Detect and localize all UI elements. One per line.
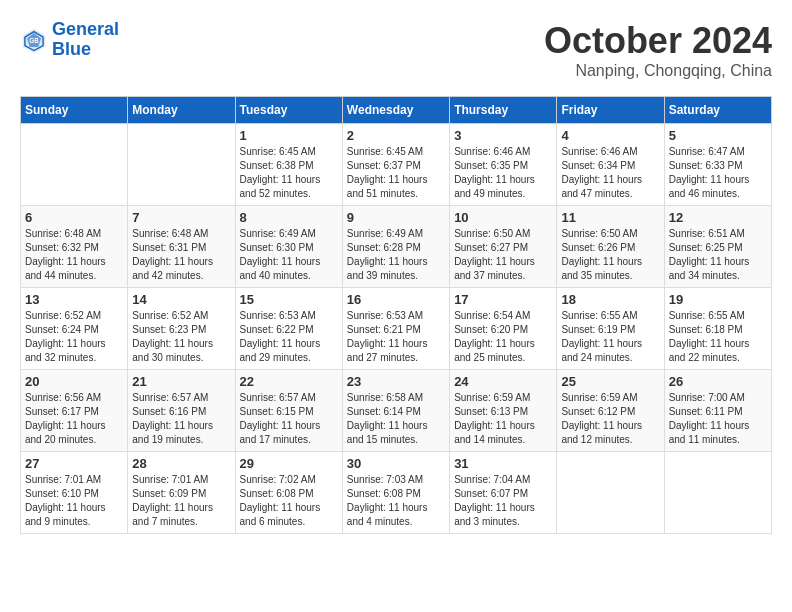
- day-cell: 30Sunrise: 7:03 AM Sunset: 6:08 PM Dayli…: [342, 452, 449, 534]
- day-number: 25: [561, 374, 659, 389]
- day-number: 23: [347, 374, 445, 389]
- day-cell: [128, 124, 235, 206]
- page-header: GB General Blue October 2024 Nanping, Ch…: [20, 20, 772, 80]
- day-info: Sunrise: 6:53 AM Sunset: 6:21 PM Dayligh…: [347, 309, 445, 365]
- day-cell: 16Sunrise: 6:53 AM Sunset: 6:21 PM Dayli…: [342, 288, 449, 370]
- day-cell: 25Sunrise: 6:59 AM Sunset: 6:12 PM Dayli…: [557, 370, 664, 452]
- day-info: Sunrise: 6:49 AM Sunset: 6:28 PM Dayligh…: [347, 227, 445, 283]
- location: Nanping, Chongqing, China: [544, 62, 772, 80]
- title-block: October 2024 Nanping, Chongqing, China: [544, 20, 772, 80]
- calendar-table: SundayMondayTuesdayWednesdayThursdayFrid…: [20, 96, 772, 534]
- day-cell: 7Sunrise: 6:48 AM Sunset: 6:31 PM Daylig…: [128, 206, 235, 288]
- day-cell: 19Sunrise: 6:55 AM Sunset: 6:18 PM Dayli…: [664, 288, 771, 370]
- day-number: 22: [240, 374, 338, 389]
- week-row-4: 20Sunrise: 6:56 AM Sunset: 6:17 PM Dayli…: [21, 370, 772, 452]
- day-number: 9: [347, 210, 445, 225]
- day-cell: 18Sunrise: 6:55 AM Sunset: 6:19 PM Dayli…: [557, 288, 664, 370]
- day-number: 19: [669, 292, 767, 307]
- logo-text-general: General: [52, 20, 119, 40]
- weekday-header-thursday: Thursday: [450, 97, 557, 124]
- day-info: Sunrise: 6:45 AM Sunset: 6:37 PM Dayligh…: [347, 145, 445, 201]
- day-cell: 12Sunrise: 6:51 AM Sunset: 6:25 PM Dayli…: [664, 206, 771, 288]
- day-cell: 17Sunrise: 6:54 AM Sunset: 6:20 PM Dayli…: [450, 288, 557, 370]
- day-info: Sunrise: 6:53 AM Sunset: 6:22 PM Dayligh…: [240, 309, 338, 365]
- weekday-header-saturday: Saturday: [664, 97, 771, 124]
- day-info: Sunrise: 6:47 AM Sunset: 6:33 PM Dayligh…: [669, 145, 767, 201]
- day-info: Sunrise: 6:50 AM Sunset: 6:27 PM Dayligh…: [454, 227, 552, 283]
- day-cell: 4Sunrise: 6:46 AM Sunset: 6:34 PM Daylig…: [557, 124, 664, 206]
- day-cell: 21Sunrise: 6:57 AM Sunset: 6:16 PM Dayli…: [128, 370, 235, 452]
- logo: GB General Blue: [20, 20, 119, 60]
- day-number: 10: [454, 210, 552, 225]
- day-number: 8: [240, 210, 338, 225]
- day-cell: 1Sunrise: 6:45 AM Sunset: 6:38 PM Daylig…: [235, 124, 342, 206]
- day-info: Sunrise: 6:58 AM Sunset: 6:14 PM Dayligh…: [347, 391, 445, 447]
- day-info: Sunrise: 6:48 AM Sunset: 6:31 PM Dayligh…: [132, 227, 230, 283]
- day-info: Sunrise: 6:55 AM Sunset: 6:19 PM Dayligh…: [561, 309, 659, 365]
- day-cell: [21, 124, 128, 206]
- day-info: Sunrise: 6:57 AM Sunset: 6:15 PM Dayligh…: [240, 391, 338, 447]
- day-cell: 9Sunrise: 6:49 AM Sunset: 6:28 PM Daylig…: [342, 206, 449, 288]
- day-info: Sunrise: 6:48 AM Sunset: 6:32 PM Dayligh…: [25, 227, 123, 283]
- logo-icon: GB: [20, 26, 48, 54]
- day-number: 7: [132, 210, 230, 225]
- day-info: Sunrise: 7:02 AM Sunset: 6:08 PM Dayligh…: [240, 473, 338, 529]
- weekday-header-row: SundayMondayTuesdayWednesdayThursdayFrid…: [21, 97, 772, 124]
- day-cell: 2Sunrise: 6:45 AM Sunset: 6:37 PM Daylig…: [342, 124, 449, 206]
- day-info: Sunrise: 6:51 AM Sunset: 6:25 PM Dayligh…: [669, 227, 767, 283]
- weekday-header-tuesday: Tuesday: [235, 97, 342, 124]
- day-info: Sunrise: 6:59 AM Sunset: 6:13 PM Dayligh…: [454, 391, 552, 447]
- weekday-header-monday: Monday: [128, 97, 235, 124]
- day-cell: 29Sunrise: 7:02 AM Sunset: 6:08 PM Dayli…: [235, 452, 342, 534]
- day-number: 6: [25, 210, 123, 225]
- day-number: 21: [132, 374, 230, 389]
- day-number: 24: [454, 374, 552, 389]
- day-info: Sunrise: 6:52 AM Sunset: 6:23 PM Dayligh…: [132, 309, 230, 365]
- day-cell: 20Sunrise: 6:56 AM Sunset: 6:17 PM Dayli…: [21, 370, 128, 452]
- day-cell: 13Sunrise: 6:52 AM Sunset: 6:24 PM Dayli…: [21, 288, 128, 370]
- day-info: Sunrise: 7:01 AM Sunset: 6:09 PM Dayligh…: [132, 473, 230, 529]
- day-number: 20: [25, 374, 123, 389]
- day-cell: 31Sunrise: 7:04 AM Sunset: 6:07 PM Dayli…: [450, 452, 557, 534]
- day-info: Sunrise: 7:00 AM Sunset: 6:11 PM Dayligh…: [669, 391, 767, 447]
- week-row-5: 27Sunrise: 7:01 AM Sunset: 6:10 PM Dayli…: [21, 452, 772, 534]
- day-number: 11: [561, 210, 659, 225]
- week-row-3: 13Sunrise: 6:52 AM Sunset: 6:24 PM Dayli…: [21, 288, 772, 370]
- day-info: Sunrise: 6:56 AM Sunset: 6:17 PM Dayligh…: [25, 391, 123, 447]
- day-info: Sunrise: 6:46 AM Sunset: 6:35 PM Dayligh…: [454, 145, 552, 201]
- day-number: 31: [454, 456, 552, 471]
- day-info: Sunrise: 7:03 AM Sunset: 6:08 PM Dayligh…: [347, 473, 445, 529]
- day-number: 30: [347, 456, 445, 471]
- day-cell: 23Sunrise: 6:58 AM Sunset: 6:14 PM Dayli…: [342, 370, 449, 452]
- weekday-header-sunday: Sunday: [21, 97, 128, 124]
- day-info: Sunrise: 6:52 AM Sunset: 6:24 PM Dayligh…: [25, 309, 123, 365]
- day-info: Sunrise: 6:46 AM Sunset: 6:34 PM Dayligh…: [561, 145, 659, 201]
- day-info: Sunrise: 6:49 AM Sunset: 6:30 PM Dayligh…: [240, 227, 338, 283]
- day-cell: 26Sunrise: 7:00 AM Sunset: 6:11 PM Dayli…: [664, 370, 771, 452]
- day-info: Sunrise: 7:04 AM Sunset: 6:07 PM Dayligh…: [454, 473, 552, 529]
- day-cell: 8Sunrise: 6:49 AM Sunset: 6:30 PM Daylig…: [235, 206, 342, 288]
- day-number: 12: [669, 210, 767, 225]
- day-cell: 15Sunrise: 6:53 AM Sunset: 6:22 PM Dayli…: [235, 288, 342, 370]
- day-info: Sunrise: 6:55 AM Sunset: 6:18 PM Dayligh…: [669, 309, 767, 365]
- week-row-2: 6Sunrise: 6:48 AM Sunset: 6:32 PM Daylig…: [21, 206, 772, 288]
- day-info: Sunrise: 6:45 AM Sunset: 6:38 PM Dayligh…: [240, 145, 338, 201]
- day-cell: 3Sunrise: 6:46 AM Sunset: 6:35 PM Daylig…: [450, 124, 557, 206]
- weekday-header-friday: Friday: [557, 97, 664, 124]
- day-number: 17: [454, 292, 552, 307]
- day-cell: 6Sunrise: 6:48 AM Sunset: 6:32 PM Daylig…: [21, 206, 128, 288]
- week-row-1: 1Sunrise: 6:45 AM Sunset: 6:38 PM Daylig…: [21, 124, 772, 206]
- day-cell: [557, 452, 664, 534]
- svg-text:GB: GB: [29, 37, 39, 44]
- weekday-header-wednesday: Wednesday: [342, 97, 449, 124]
- day-cell: 5Sunrise: 6:47 AM Sunset: 6:33 PM Daylig…: [664, 124, 771, 206]
- day-info: Sunrise: 6:54 AM Sunset: 6:20 PM Dayligh…: [454, 309, 552, 365]
- day-info: Sunrise: 6:59 AM Sunset: 6:12 PM Dayligh…: [561, 391, 659, 447]
- day-cell: [664, 452, 771, 534]
- day-number: 29: [240, 456, 338, 471]
- day-cell: 10Sunrise: 6:50 AM Sunset: 6:27 PM Dayli…: [450, 206, 557, 288]
- day-number: 1: [240, 128, 338, 143]
- day-number: 14: [132, 292, 230, 307]
- day-number: 15: [240, 292, 338, 307]
- logo-text-blue: Blue: [52, 40, 119, 60]
